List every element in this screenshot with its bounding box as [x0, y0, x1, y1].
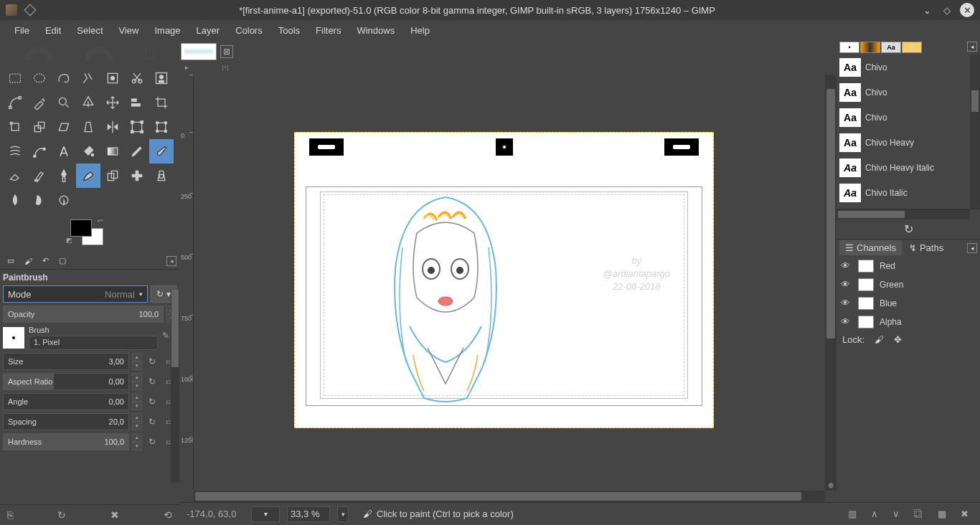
size-slider[interactable]: Size 3,00: [3, 353, 129, 370]
tool-scale[interactable]: [27, 115, 52, 139]
tool-ink[interactable]: [52, 164, 76, 188]
menu-windows[interactable]: Windows: [349, 22, 402, 39]
unit-selector[interactable]: ▾: [251, 506, 280, 522]
visibility-icon[interactable]: 👁: [841, 298, 852, 308]
tool-rect-select[interactable]: [3, 66, 27, 90]
options-scrollbar[interactable]: [171, 290, 179, 483]
tab-fonts[interactable]: Aa: [881, 42, 901, 53]
vertical-scrollbar[interactable]: ⊕: [825, 75, 837, 491]
spacing-slider[interactable]: Spacing 20,0: [3, 413, 129, 430]
reset-preset-icon[interactable]: ⟲: [164, 509, 172, 521]
tool-perspective-clone[interactable]: [149, 164, 174, 188]
tool-gradient[interactable]: [100, 139, 125, 164]
dock-menu-button[interactable]: ◂: [166, 256, 176, 266]
tool-paintbrush[interactable]: [149, 139, 174, 164]
delete-preset-icon[interactable]: ✖: [110, 509, 119, 521]
tool-pencil[interactable]: [125, 139, 149, 164]
minimize-button[interactable]: ⌄: [920, 3, 934, 17]
horizontal-scrollbar[interactable]: [194, 491, 825, 502]
channel-item[interactable]: 👁Alpha: [837, 313, 980, 331]
tool-shear[interactable]: [52, 115, 76, 139]
zoom-dropdown[interactable]: ▾: [337, 506, 349, 522]
font-item[interactable]: AaChivo Italic: [837, 180, 980, 205]
tool-free-select[interactable]: [52, 66, 76, 90]
new-channel-icon[interactable]: ▥: [848, 509, 857, 519]
dock-menu-button[interactable]: ◂: [967, 243, 977, 253]
tool-dodge-burn[interactable]: [52, 188, 76, 212]
delete-channel-icon[interactable]: ✖: [961, 509, 969, 519]
default-colors-icon[interactable]: ◩: [66, 237, 72, 244]
lock-pixels-icon[interactable]: 🖌: [875, 334, 884, 345]
tab-images[interactable]: ▢: [55, 254, 70, 268]
tool-move[interactable]: [100, 90, 125, 115]
font-scrollbar[interactable]: [970, 55, 980, 209]
ruler-vertical[interactable]: 025050075010001250: [179, 75, 194, 491]
menu-layer[interactable]: Layer: [189, 22, 227, 39]
brush-preview[interactable]: [3, 327, 24, 349]
menu-filters[interactable]: Filters: [308, 22, 348, 39]
channel-item[interactable]: 👁Green: [837, 275, 980, 294]
font-item[interactable]: AaChivo Heavy Italic: [837, 155, 980, 180]
tool-perspective[interactable]: [76, 115, 100, 139]
hardness-spinner[interactable]: ▴▾: [132, 433, 142, 450]
size-spinner[interactable]: ▴▾: [132, 353, 142, 370]
tab-paths[interactable]: ↯Paths: [903, 240, 949, 255]
menu-colors[interactable]: Colors: [228, 22, 270, 39]
size-reset-button[interactable]: ↻: [145, 353, 159, 370]
tool-eraser[interactable]: [3, 164, 27, 188]
tool-warp[interactable]: [3, 139, 27, 164]
opacity-slider[interactable]: Opacity 100,0: [3, 306, 164, 323]
visibility-icon[interactable]: 👁: [841, 279, 852, 290]
font-item[interactable]: AaChivo: [837, 105, 980, 130]
restore-preset-icon[interactable]: ↻: [57, 509, 66, 521]
tool-clone[interactable]: [100, 164, 125, 188]
spacing-reset-button[interactable]: ↻: [145, 413, 159, 430]
pin-icon[interactable]: [24, 4, 37, 16]
menu-select[interactable]: Select: [70, 22, 110, 39]
tool-rotate[interactable]: [3, 115, 27, 139]
raise-channel-icon[interactable]: ∧: [871, 509, 878, 519]
document-tab[interactable]: ⊠: [181, 43, 217, 60]
font-item[interactable]: AaChivo: [837, 80, 980, 105]
tool-by-color-select[interactable]: [100, 66, 125, 90]
menu-edit[interactable]: Edit: [38, 22, 68, 39]
angle-reset-button[interactable]: ↻: [145, 393, 159, 410]
lock-position-icon[interactable]: ✥: [894, 334, 902, 345]
ruler-origin-button[interactable]: ▸: [179, 60, 194, 75]
font-item[interactable]: AaChivo: [837, 55, 980, 80]
tool-zoom[interactable]: [52, 90, 76, 115]
font-h-scrollbar[interactable]: [837, 209, 970, 219]
tab-undo-history[interactable]: ↶: [37, 254, 53, 268]
duplicate-channel-icon[interactable]: ⿻: [914, 509, 923, 519]
tool-fuzzy-select[interactable]: [76, 66, 100, 90]
tab-document-history[interactable]: ☻: [902, 42, 922, 53]
tool-bucket-fill[interactable]: [76, 139, 100, 164]
tool-cage[interactable]: [125, 115, 149, 139]
tab-tool-options[interactable]: ▭: [3, 254, 19, 268]
angle-slider[interactable]: Angle 0,00: [3, 393, 129, 410]
tool-blur[interactable]: [3, 188, 27, 212]
tab-device-status[interactable]: 🖌: [20, 254, 36, 268]
menu-help[interactable]: Help: [403, 22, 437, 39]
menu-view[interactable]: View: [112, 22, 146, 39]
aspect-slider[interactable]: Aspect Ratio 0,00: [3, 373, 129, 390]
tool-scissors[interactable]: [125, 66, 149, 90]
tool-smudge[interactable]: [27, 188, 52, 212]
close-button[interactable]: ✕: [960, 3, 974, 17]
dock-menu-button[interactable]: ◂: [967, 42, 977, 52]
visibility-icon[interactable]: 👁: [841, 260, 852, 271]
tool-handle-transform[interactable]: [27, 139, 52, 164]
canvas[interactable]: by @ardiantapargo 22-06-2018: [294, 132, 714, 428]
tool-unified-transform[interactable]: [149, 115, 174, 139]
tab-channels[interactable]: ☰Channels: [839, 240, 902, 255]
visibility-icon[interactable]: 👁: [841, 316, 852, 327]
aspect-spinner[interactable]: ▴▾: [132, 373, 142, 390]
maximize-button[interactable]: ◇: [940, 3, 954, 17]
channel-item[interactable]: 👁Blue: [837, 294, 980, 313]
tool-crop[interactable]: [149, 90, 174, 115]
angle-spinner[interactable]: ▴▾: [132, 393, 142, 410]
tool-paths[interactable]: [3, 90, 27, 115]
spacing-spinner[interactable]: ▴▾: [132, 413, 142, 430]
tool-mypaint-brush[interactable]: [76, 164, 100, 188]
tool-measure[interactable]: [76, 90, 100, 115]
